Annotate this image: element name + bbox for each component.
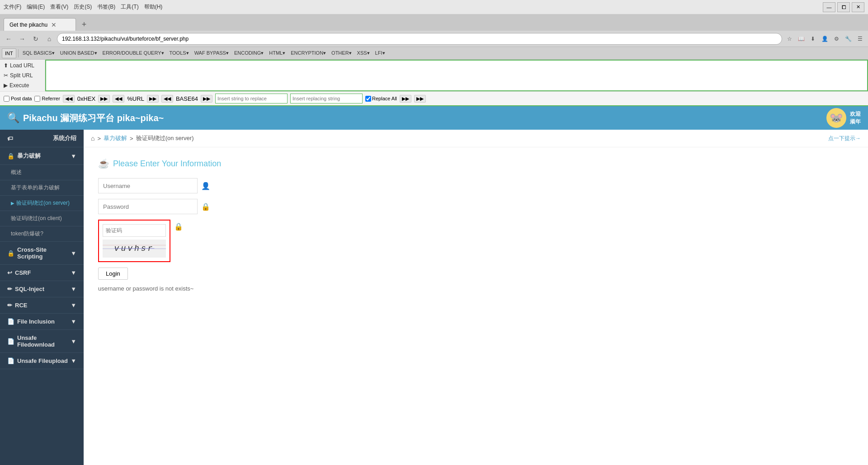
- extensions-icon[interactable]: 🔧: [843, 33, 854, 44]
- encryption-btn[interactable]: ENCRYPTION▾: [288, 49, 328, 58]
- replace-all-checkbox[interactable]: [365, 96, 371, 102]
- login-button[interactable]: Login: [98, 268, 128, 280]
- forward-button[interactable]: →: [16, 33, 28, 45]
- menu-bar[interactable]: 文件(F) 编辑(E) 查看(V) 历史(S) 书签(B) 工具(T) 帮助(H…: [4, 3, 162, 11]
- back-button[interactable]: ←: [3, 33, 14, 45]
- profile-icon[interactable]: 👤: [819, 33, 830, 44]
- sql-chevron-icon: ▼: [71, 286, 76, 292]
- nav-extension-icons: ☆ 📖 ⬇ 👤 ⚙ 🔧 ☰: [784, 33, 865, 44]
- hackbar-sidebar: ⬆ Load URL ✂ Split URL ▶ Execute: [0, 60, 45, 91]
- load-url-button[interactable]: ⬆ Load URL: [0, 61, 45, 70]
- lock-icon-input: 🔒: [201, 202, 210, 211]
- url-bar[interactable]: [57, 33, 782, 45]
- extension-toolbar: INT SQL BASICS▾ UNION BASED▾ ERROR/DOUBL…: [0, 47, 868, 60]
- menu-bookmarks[interactable]: 书签(B): [97, 3, 115, 11]
- title-bar: 文件(F) 编辑(E) 查看(V) 历史(S) 书签(B) 工具(T) 帮助(H…: [0, 0, 868, 14]
- menu-tools[interactable]: 工具(T): [121, 3, 138, 11]
- sidebar-item-sql[interactable]: ✏ SQL-Inject ▼: [0, 281, 84, 297]
- home-icon[interactable]: ⌂: [91, 135, 94, 142]
- sidebar-sub-token[interactable]: token防爆破?: [0, 226, 84, 242]
- encoding-btn[interactable]: ENCODING▾: [232, 49, 266, 58]
- xss-btn[interactable]: XSS▾: [355, 49, 372, 58]
- html-btn[interactable]: HTML▾: [267, 49, 288, 58]
- new-tab-button[interactable]: +: [78, 18, 90, 31]
- other-btn[interactable]: OTHER▾: [329, 49, 354, 58]
- form-title-text: Please Enter Your Information: [113, 159, 221, 169]
- 0xhex-left-btn[interactable]: ◀◀: [63, 95, 75, 103]
- sidebar-sub-client-captcha[interactable]: 验证码绕过(on client): [0, 211, 84, 226]
- lfi-btn[interactable]: LFI▾: [373, 49, 387, 58]
- password-input[interactable]: [98, 199, 198, 214]
- username-input[interactable]: [98, 178, 198, 193]
- sidebar-sub-server-captcha[interactable]: 验证码绕过(on server): [0, 196, 84, 211]
- bookmark-icon[interactable]: ☆: [784, 33, 795, 44]
- sidebar-item-unsafe-upload[interactable]: 📄 Unsafe Fileupload ▼: [0, 353, 84, 369]
- tools-btn[interactable]: TOOLS▾: [167, 49, 191, 58]
- reader-icon[interactable]: 📖: [796, 33, 807, 44]
- sidebar-item-xss[interactable]: 🔒 Cross-Site Scripting ▼: [0, 242, 84, 265]
- captcha-container: vuvhsr: [98, 220, 170, 262]
- download-icon[interactable]: ⬇: [807, 33, 818, 44]
- home-button[interactable]: ⌂: [43, 33, 55, 45]
- insert-replacing-input[interactable]: [290, 94, 363, 103]
- sidebar-item-brute[interactable]: 🔒 暴力破解 ▼: [0, 147, 84, 165]
- sidebar-item-intro[interactable]: 🏷 系统介绍: [0, 130, 84, 147]
- intro-icon: 🏷: [7, 135, 13, 142]
- tab-close-button[interactable]: ✕: [51, 21, 57, 28]
- referrer-checkbox[interactable]: [34, 96, 40, 102]
- minimize-button[interactable]: —: [823, 2, 835, 12]
- hint-link[interactable]: 点一下提示→: [828, 135, 861, 142]
- settings-icon[interactable]: ⚙: [831, 33, 842, 44]
- avatar-icon: 🐭: [830, 112, 843, 124]
- menu-history[interactable]: 历史(S): [74, 3, 92, 11]
- post-data-checkbox-container[interactable]: Post data: [4, 96, 32, 102]
- base64-right-btn[interactable]: ▶▶: [201, 95, 212, 103]
- welcome-text: 欢迎: [850, 110, 861, 118]
- menu-view[interactable]: 查看(V): [50, 3, 68, 11]
- error-double-btn[interactable]: ERROR/DOUBLE QUERY▾: [100, 49, 166, 58]
- username-group: 👤: [98, 178, 854, 193]
- hackbar-url-input[interactable]: [45, 60, 868, 91]
- menu-help[interactable]: 帮助(H): [144, 3, 163, 11]
- sidebar-sub-form-brute[interactable]: 基于表单的暴力破解: [0, 180, 84, 196]
- referrer-checkbox-container[interactable]: Referrer: [34, 96, 60, 102]
- active-tab[interactable]: Get the pikachu ✕: [4, 18, 76, 31]
- sidebar-item-rce[interactable]: ✏ RCE ▼: [0, 297, 84, 314]
- sidebar-item-unsafe-download[interactable]: 📄 Unsafe Filedownload ▼: [0, 330, 84, 353]
- menu-icon[interactable]: ☰: [854, 33, 865, 44]
- split-url-button[interactable]: ✂ Split URL: [0, 70, 45, 80]
- site-header: 🔍 Pikachu 漏洞练习平台 pika~pika~ 🐭 欢迎 顽年: [0, 106, 868, 130]
- 0xhex-right-btn[interactable]: ▶▶: [98, 95, 110, 103]
- post-data-checkbox[interactable]: [4, 96, 9, 102]
- sidebar-item-file-inclusion[interactable]: 📄 File Inclusion ▼: [0, 314, 84, 330]
- breadcrumb-parent-link[interactable]: 暴力破解: [104, 134, 127, 142]
- split-url-icon: ✂: [4, 72, 8, 79]
- password-group: 🔒: [98, 199, 854, 214]
- int-button[interactable]: INT: [2, 48, 16, 58]
- csrf-icon: ↩: [7, 269, 12, 276]
- execute-button[interactable]: ▶ Execute: [0, 80, 45, 90]
- base64-left-btn[interactable]: ◀◀: [161, 95, 173, 103]
- captcha-group: vuvhsr 🔒: [98, 220, 854, 268]
- site-header-right: 🐭 欢迎 顽年: [826, 108, 861, 128]
- url-right-btn[interactable]: ▶▶: [147, 95, 159, 103]
- waf-bypass-btn[interactable]: WAF BYPASS▾: [192, 49, 231, 58]
- replace-right-btn1[interactable]: ▶▶: [400, 95, 411, 103]
- insert-string-input[interactable]: [215, 94, 288, 103]
- union-based-btn[interactable]: UNION BASED▾: [58, 49, 99, 58]
- window-controls[interactable]: — ⧠ ✕: [823, 2, 864, 12]
- replace-all-checkbox-container[interactable]: Replace All: [365, 96, 397, 102]
- menu-edit[interactable]: 编辑(E): [27, 3, 45, 11]
- close-button[interactable]: ✕: [852, 2, 864, 12]
- replace-right-btn2[interactable]: ▶▶: [414, 95, 426, 103]
- url-left-btn[interactable]: ◀◀: [113, 95, 124, 103]
- execute-icon: ▶: [4, 82, 8, 89]
- refresh-button[interactable]: ↻: [30, 33, 42, 45]
- sidebar-item-csrf[interactable]: ↩ CSRF ▼: [0, 265, 84, 281]
- sidebar-sub-overview[interactable]: 概述: [0, 165, 84, 180]
- captcha-input[interactable]: [103, 224, 166, 237]
- menu-file[interactable]: 文件(F): [4, 3, 21, 11]
- maximize-button[interactable]: ⧠: [837, 2, 850, 12]
- sql-basics-btn[interactable]: SQL BASICS▾: [20, 49, 57, 58]
- lock-icon: 🔒: [7, 153, 14, 160]
